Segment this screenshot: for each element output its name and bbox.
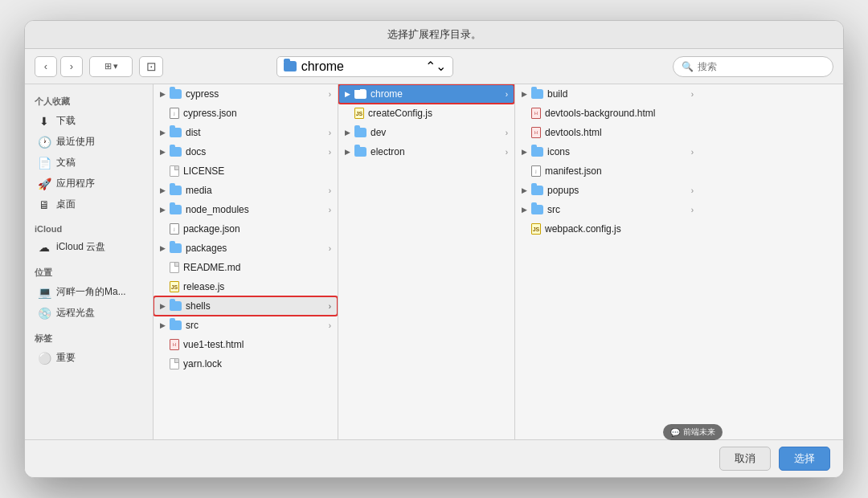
search-box[interactable]: 🔍: [673, 56, 833, 77]
file-name: yarn.lock: [183, 358, 222, 369]
sidebar-item-applications[interactable]: 🚀 应用程序: [28, 173, 149, 194]
sidebar: 个人收藏 ⬇ 下载 🕐 最近使用 📄 文稿 🚀 应用程序 🖥 桌面 iClo: [25, 84, 154, 439]
expand-icon: ▶: [522, 148, 527, 156]
list-item[interactable]: ▶ packages ›: [154, 239, 338, 258]
folder-icon: [170, 147, 182, 157]
list-item[interactable]: ▶ dist ›: [154, 123, 338, 142]
js-icon: JS: [170, 281, 179, 292]
file-name: chrome: [371, 88, 403, 100]
sidebar-item-label: 最近使用: [56, 135, 95, 149]
list-item-yarn-lock[interactable]: ▶ yarn.lock: [154, 354, 338, 374]
folder-icon: [531, 205, 543, 214]
new-folder-icon: ⊡: [146, 59, 157, 74]
sidebar-item-desktop[interactable]: 🖥 桌面: [28, 194, 149, 214]
search-input[interactable]: [698, 61, 825, 72]
list-item[interactable]: ▶ media ›: [154, 181, 338, 200]
file-name: docs: [186, 146, 206, 157]
folder-icon: [170, 186, 182, 195]
folder-icon: [170, 301, 182, 311]
chevron-icon: ›: [329, 302, 331, 311]
js-icon: JS: [531, 223, 541, 235]
sidebar-item-downloads[interactable]: ⬇ 下载: [28, 111, 149, 131]
list-item[interactable]: ▶ LICENSE: [154, 161, 338, 181]
sidebar-item-important[interactable]: ⚪ 重要: [28, 348, 149, 368]
file-name: README.md: [183, 262, 240, 273]
list-item[interactable]: ▶ cypress ›: [154, 84, 338, 104]
file-name: release.js: [183, 281, 224, 292]
list-item-chrome[interactable]: ▶ chrome ›: [338, 84, 514, 104]
list-item[interactable]: ▶ docs ›: [154, 142, 338, 161]
sidebar-item-remote[interactable]: 💿 远程光盘: [28, 303, 149, 323]
expand-icon: ▶: [160, 186, 166, 194]
sidebar-item-documents[interactable]: 📄 文稿: [28, 153, 149, 173]
list-item[interactable]: ▶ dev ›: [338, 123, 514, 142]
folder-icon: [531, 147, 543, 157]
chevron-icon: ›: [691, 206, 694, 214]
chevron-icon: ›: [691, 90, 694, 99]
folder-icon: [354, 147, 366, 157]
html-icon: H: [531, 108, 541, 119]
file-name: devtools.html: [545, 127, 602, 138]
select-button[interactable]: 选择: [779, 447, 830, 471]
list-item[interactable]: ▶ node_modules ›: [154, 200, 338, 219]
file-name: vue1-test.html: [183, 339, 244, 350]
list-item[interactable]: ▶ icons ›: [515, 142, 700, 161]
list-item[interactable]: ▶ README.md: [154, 258, 338, 277]
cancel-button[interactable]: 取消: [719, 447, 771, 471]
chevron-icon: ›: [506, 90, 508, 99]
list-item[interactable]: ▶ src ›: [515, 200, 700, 219]
chevron-icon: ›: [506, 148, 508, 157]
desktop-icon: 🖥: [38, 198, 51, 211]
list-item[interactable]: ▶ electron ›: [338, 142, 514, 161]
file-icon: [170, 358, 179, 369]
path-dropdown-chevron: ⌃⌄: [425, 59, 446, 74]
view-icon: ⊞: [104, 61, 112, 71]
chevron-icon: ›: [329, 148, 331, 157]
list-item[interactable]: ▶ j cypress.json: [154, 104, 338, 123]
folder-icon: [354, 128, 366, 137]
list-item[interactable]: ▶ H devtools.html: [515, 123, 700, 142]
file-name: icons: [547, 146, 570, 157]
list-item[interactable]: ▶ JS release.js: [154, 277, 338, 296]
new-folder-button[interactable]: ⊡: [139, 56, 163, 77]
back-button[interactable]: ‹: [35, 56, 57, 77]
column-2: ▶ chrome › ▶ JS createConfig.js ▶ dev ›: [338, 84, 515, 439]
file-name: shells: [186, 300, 211, 312]
expand-icon: ▶: [160, 321, 166, 329]
sidebar-item-icloud[interactable]: ☁ iCloud 云盘: [28, 237, 149, 257]
sidebar-item-label: 桌面: [56, 198, 76, 211]
file-name: packages: [186, 243, 227, 254]
list-item[interactable]: ▶ j package.json: [154, 219, 338, 239]
file-name: LICENSE: [183, 165, 224, 177]
list-item[interactable]: ▶ build ›: [515, 84, 700, 104]
list-item[interactable]: ▶ popups ›: [515, 181, 700, 200]
list-item[interactable]: ▶ H vue1-test.html: [154, 335, 338, 354]
file-name: build: [547, 88, 567, 100]
json-icon: j: [170, 108, 179, 119]
forward-button[interactable]: ›: [60, 56, 83, 77]
toolbar: ‹ › ⊞ ▾ ⊡ chrome ⌃⌄ 🔍: [25, 49, 843, 84]
sidebar-item-recents[interactable]: 🕐 最近使用: [28, 132, 149, 152]
file-name: manifest.json: [545, 165, 602, 177]
list-item[interactable]: ▶ src ›: [154, 316, 338, 335]
expand-icon: ▶: [160, 148, 166, 156]
list-item[interactable]: ▶ j manifest.json: [515, 161, 700, 181]
expand-icon: ▶: [522, 186, 527, 194]
list-item[interactable]: ▶ JS webpack.config.js: [515, 219, 700, 239]
bottom-bar: 💬 前端未来 取消 选择: [25, 439, 843, 477]
sidebar-item-label: iCloud 云盘: [56, 240, 105, 254]
expand-icon: ▶: [345, 90, 350, 98]
list-item[interactable]: ▶ H devtools-background.html: [515, 104, 700, 123]
file-name: electron: [371, 146, 405, 157]
nav-buttons: ‹ ›: [35, 56, 83, 77]
view-toggle-button[interactable]: ⊞ ▾: [89, 56, 133, 77]
chevron-icon: ›: [506, 129, 508, 137]
sidebar-item-hebin[interactable]: 💻 河畔一角的Ma...: [28, 282, 149, 302]
sidebar-item-label: 应用程序: [56, 177, 95, 190]
list-item-shells[interactable]: ▶ shells ›: [154, 296, 338, 316]
recents-icon: 🕐: [38, 136, 51, 149]
sidebar-item-label: 远程光盘: [56, 306, 95, 320]
path-dropdown[interactable]: chrome ⌃⌄: [276, 56, 453, 77]
file-name: package.json: [183, 223, 240, 235]
list-item[interactable]: ▶ JS createConfig.js: [338, 104, 514, 123]
